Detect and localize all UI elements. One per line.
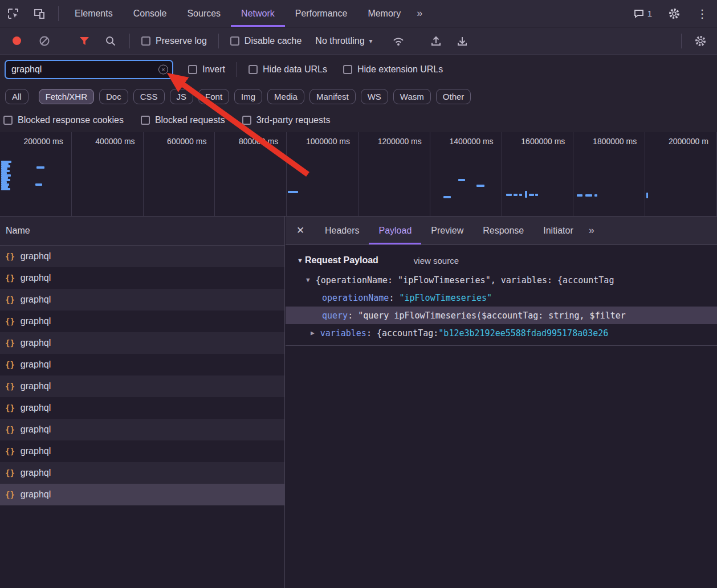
- waterfall-bar[interactable]: [646, 193, 648, 198]
- checkbox-icon[interactable]: [230, 36, 239, 46]
- waterfall-bar[interactable]: [36, 166, 44, 169]
- request-row[interactable]: {}graphql: [0, 462, 284, 484]
- filter-input[interactable]: [6, 64, 172, 75]
- network-conditions-icon[interactable]: [389, 31, 408, 51]
- chip-fetch-xhr[interactable]: Fetch/XHR: [39, 89, 94, 104]
- chip-js[interactable]: JS: [170, 89, 194, 104]
- tab-preview[interactable]: Preview: [421, 217, 473, 244]
- waterfall-bar[interactable]: [529, 194, 534, 196]
- chip-all[interactable]: All: [5, 89, 28, 104]
- tab-performance[interactable]: Performance: [285, 0, 358, 27]
- waterfall-bar[interactable]: [585, 194, 592, 197]
- chip-img[interactable]: Img: [234, 89, 262, 104]
- disable-cache-checkbox[interactable]: Disable cache: [230, 36, 302, 46]
- chip-font[interactable]: Font: [198, 89, 229, 104]
- console-messages-button[interactable]: 1: [634, 9, 652, 18]
- more-tabs-chevron-icon[interactable]: »: [411, 7, 428, 19]
- tab-sources[interactable]: Sources: [177, 0, 231, 27]
- request-row[interactable]: {}graphql: [0, 289, 284, 311]
- xhr-braces-icon: {}: [5, 425, 15, 434]
- clear-network-log-icon[interactable]: [35, 31, 54, 51]
- waterfall-bar[interactable]: [35, 183, 42, 186]
- checkbox-icon[interactable]: [188, 65, 197, 74]
- triangle-down-icon[interactable]: ▼: [297, 257, 303, 264]
- chip-css[interactable]: CSS: [133, 89, 165, 104]
- request-row[interactable]: {}graphql: [0, 246, 284, 267]
- waterfall-bar[interactable]: [525, 191, 527, 198]
- chip-ws[interactable]: WS: [361, 89, 388, 104]
- tab-network[interactable]: Network: [231, 0, 285, 27]
- name-column-header[interactable]: Name: [0, 217, 284, 246]
- hide-data-urls-checkbox[interactable]: Hide data URLs: [248, 64, 327, 75]
- waterfall-bar[interactable]: [288, 191, 298, 193]
- waterfall-bar[interactable]: [535, 194, 538, 196]
- export-har-icon[interactable]: [453, 31, 472, 51]
- record-button[interactable]: [13, 36, 21, 45]
- tab-elements[interactable]: Elements: [64, 0, 123, 27]
- payload-variables-row[interactable]: ▶ variables: {accountTag: "b12e3b2192ee5…: [286, 324, 717, 342]
- inspect-element-icon[interactable]: [3, 4, 23, 23]
- blocked-requests-checkbox[interactable]: Blocked requests: [141, 115, 225, 125]
- tab-memory[interactable]: Memory: [357, 0, 411, 27]
- throttling-dropdown[interactable]: No throttling ▾: [315, 36, 372, 46]
- payload-query-row[interactable]: query: "query ipFlowTimeseries($accountT…: [286, 307, 717, 324]
- request-row[interactable]: {}graphql: [0, 440, 284, 462]
- blocked-response-cookies-checkbox[interactable]: Blocked response cookies: [3, 115, 124, 125]
- waterfall-bar[interactable]: [506, 194, 512, 196]
- chip-manifest[interactable]: Manifest: [309, 89, 356, 104]
- payload-summary-row[interactable]: ▼ {operationName: "ipFlowTimeseries", va…: [286, 271, 717, 289]
- filter-funnel-icon[interactable]: [75, 31, 94, 51]
- more-details-tabs-chevron-icon[interactable]: »: [583, 224, 600, 236]
- clear-filter-icon[interactable]: ×: [158, 65, 168, 75]
- tab-initiator[interactable]: Initiator: [533, 217, 582, 244]
- request-row[interactable]: {}graphql: [0, 354, 284, 375]
- waterfall-overview[interactable]: 200000 ms 400000 ms 600000 ms 800000 ms …: [0, 132, 717, 217]
- search-icon[interactable]: [101, 31, 120, 51]
- checkbox-icon[interactable]: [248, 65, 258, 74]
- preserve-log-checkbox[interactable]: Preserve log: [141, 36, 207, 46]
- waterfall-bar[interactable]: [514, 194, 518, 196]
- kebab-menu-icon[interactable]: ⋮: [696, 7, 708, 21]
- tab-response[interactable]: Response: [473, 217, 533, 244]
- request-row-selected[interactable]: {}graphql: [0, 484, 284, 505]
- checkbox-icon[interactable]: [141, 116, 150, 125]
- waterfall-bar[interactable]: [443, 196, 451, 198]
- request-row[interactable]: {}graphql: [0, 311, 284, 332]
- xhr-braces-icon: {}: [5, 273, 15, 283]
- request-row[interactable]: {}graphql: [0, 419, 284, 440]
- request-row[interactable]: {}graphql: [0, 375, 284, 397]
- hide-extension-urls-checkbox[interactable]: Hide extension URLs: [343, 64, 443, 75]
- waterfall-bar[interactable]: [458, 179, 465, 181]
- third-party-requests-checkbox[interactable]: 3rd-party requests: [242, 115, 331, 125]
- waterfall-bar[interactable]: [476, 185, 484, 187]
- checkbox-icon[interactable]: [242, 116, 251, 125]
- chip-media[interactable]: Media: [267, 89, 304, 104]
- waterfall-bar[interactable]: [1, 188, 10, 190]
- checkbox-icon[interactable]: [141, 36, 150, 46]
- close-details-icon[interactable]: ✕: [286, 224, 315, 236]
- waterfall-bar[interactable]: [594, 194, 597, 197]
- triangle-down-icon[interactable]: ▼: [306, 276, 310, 284]
- tab-headers[interactable]: Headers: [315, 217, 369, 244]
- network-settings-gear-icon[interactable]: [691, 31, 710, 51]
- waterfall-bar[interactable]: [519, 194, 522, 196]
- invert-checkbox[interactable]: Invert: [188, 64, 225, 75]
- tab-payload[interactable]: Payload: [369, 217, 421, 244]
- chip-wasm[interactable]: Wasm: [393, 89, 431, 104]
- import-har-icon[interactable]: [426, 31, 446, 51]
- tab-console[interactable]: Console: [123, 0, 177, 27]
- settings-gear-icon[interactable]: [665, 4, 684, 23]
- checkbox-icon[interactable]: [3, 116, 13, 125]
- payload-operation-row[interactable]: operationName: "ipFlowTimeseries": [286, 289, 717, 307]
- checkbox-icon[interactable]: [343, 65, 352, 74]
- request-row[interactable]: {}graphql: [0, 397, 284, 419]
- chip-doc[interactable]: Doc: [99, 89, 128, 104]
- view-source-link[interactable]: view source: [414, 256, 459, 266]
- request-row[interactable]: {}graphql: [0, 332, 284, 354]
- divider: [286, 345, 717, 346]
- chip-other[interactable]: Other: [436, 89, 471, 104]
- device-toolbar-icon[interactable]: [30, 4, 49, 23]
- triangle-right-icon[interactable]: ▶: [311, 329, 315, 337]
- waterfall-bar[interactable]: [577, 194, 582, 197]
- request-row[interactable]: {}graphql: [0, 267, 284, 289]
